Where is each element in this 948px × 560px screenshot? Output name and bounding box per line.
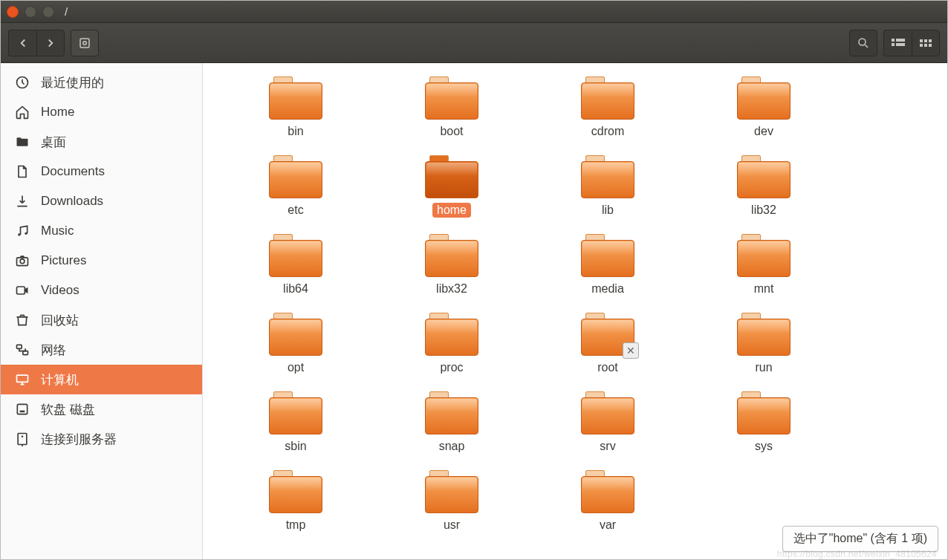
folder-dev[interactable]: dev [715, 76, 812, 139]
disk-icon [78, 36, 91, 50]
folder-sys[interactable]: sys [715, 391, 812, 454]
folder-lib[interactable]: lib [559, 155, 656, 218]
camera-icon [14, 253, 30, 269]
svg-rect-9 [17, 345, 22, 348]
folder-icon: ✕ [581, 313, 634, 356]
folder-icon [425, 313, 478, 356]
folder-label: cdrom [587, 124, 629, 139]
back-button[interactable] [8, 30, 36, 56]
folder-icon [581, 76, 634, 120]
svg-rect-0 [80, 39, 89, 48]
folder-tmp[interactable]: tmp [247, 470, 344, 533]
clock-icon [14, 74, 30, 91]
folder-libx32[interactable]: libx32 [403, 234, 500, 296]
sidebar-item-桌面[interactable]: 桌面 [1, 127, 202, 157]
disk-icon [14, 401, 30, 417]
folder-home[interactable]: home [403, 155, 500, 218]
folder-icon [425, 234, 478, 277]
sidebar-item-label: 回收站 [41, 312, 79, 329]
sidebar-item-软盘-磁盘[interactable]: 软盘 磁盘 [1, 394, 202, 424]
folder-srv[interactable]: srv [559, 391, 656, 454]
grid-view-button[interactable] [912, 30, 940, 56]
folder-icon [581, 391, 634, 434]
folder-mnt[interactable]: mnt [715, 234, 812, 296]
folder-icon [581, 470, 634, 513]
view-button-group [883, 30, 940, 56]
sidebar-item-downloads[interactable]: Downloads [1, 186, 202, 216]
folder-label: tmp [282, 518, 311, 533]
folder-icon [269, 391, 322, 434]
content-pane[interactable]: binbootcdromdevetchomeliblib32lib64libx3… [203, 63, 947, 559]
folder-cdrom[interactable]: cdrom [559, 76, 656, 139]
folder-label: mnt [750, 281, 779, 296]
sidebar-item-videos[interactable]: Videos [1, 276, 202, 305]
folder-lib32[interactable]: lib32 [715, 155, 812, 218]
sidebar-item-最近使用的[interactable]: 最近使用的 [1, 68, 202, 97]
sidebar-item-label: Documents [41, 164, 105, 179]
folder-lib64[interactable]: lib64 [247, 234, 344, 296]
sidebar-item-连接到服务器[interactable]: 连接到服务器 [1, 424, 202, 454]
sidebar-item-home[interactable]: Home [1, 97, 202, 127]
folder-label: etc [283, 203, 308, 218]
no-access-icon: ✕ [623, 342, 639, 359]
status-tooltip: 选中了"home" (含有 1 项) [782, 526, 938, 552]
folder-icon [737, 234, 790, 277]
document-icon [14, 163, 30, 180]
sidebar-item-label: 桌面 [41, 134, 66, 151]
folder-root[interactable]: ✕root [559, 313, 656, 375]
svg-rect-13 [20, 411, 25, 413]
svg-point-2 [859, 39, 866, 45]
folder-label: sbin [280, 439, 311, 454]
list-view-icon [892, 39, 905, 48]
folder-icon [737, 76, 790, 120]
folder-icon [269, 76, 322, 120]
window-close-button[interactable] [7, 6, 19, 18]
folder-icon [737, 313, 790, 356]
svg-rect-8 [17, 287, 25, 294]
folder-etc[interactable]: etc [247, 155, 344, 218]
folder-label: srv [595, 439, 620, 454]
folder-icon [425, 76, 478, 120]
folder-icon [269, 155, 322, 198]
folder-icon [269, 234, 322, 277]
nav-button-group [8, 30, 65, 56]
sidebar-item-label: 网络 [41, 342, 66, 359]
folder-opt[interactable]: opt [247, 313, 344, 375]
computer-icon [14, 371, 30, 388]
list-view-button[interactable] [883, 30, 912, 56]
sidebar-item-music[interactable]: Music [1, 216, 202, 246]
folder-var[interactable]: var [559, 470, 656, 533]
search-button[interactable] [849, 30, 877, 56]
sidebar-item-documents[interactable]: Documents [1, 157, 202, 186]
folder-label: home [432, 203, 471, 218]
folder-proc[interactable]: proc [403, 313, 500, 375]
folder-boot[interactable]: boot [403, 76, 500, 139]
sidebar-item-网络[interactable]: 网络 [1, 335, 202, 365]
svg-point-4 [18, 233, 20, 235]
folder-label: sys [750, 439, 777, 454]
server-icon [14, 431, 30, 447]
folder-icon [269, 470, 322, 513]
sidebar-item-计算机[interactable]: 计算机 [1, 365, 202, 394]
folder-run[interactable]: run [715, 313, 812, 375]
folder-usr[interactable]: usr [403, 470, 500, 533]
window-maximize-button[interactable] [42, 6, 54, 18]
sidebar-item-label: Music [41, 224, 74, 238]
main-area: 最近使用的Home桌面DocumentsDownloadsMusicPictur… [1, 63, 947, 559]
sidebar-item-pictures[interactable]: Pictures [1, 246, 202, 276]
window-minimize-button[interactable] [25, 6, 36, 18]
chevron-right-icon [44, 36, 57, 50]
folder-icon [737, 391, 790, 434]
folder-bin[interactable]: bin [247, 76, 344, 139]
sidebar-item-回收站[interactable]: 回收站 [1, 305, 202, 335]
folder-snap[interactable]: snap [403, 391, 500, 454]
folder-grid: binbootcdromdevetchomeliblib32lib64libx3… [247, 76, 925, 533]
folder-sbin[interactable]: sbin [247, 391, 344, 454]
folder-icon [14, 134, 30, 150]
forward-button[interactable] [36, 30, 65, 56]
folder-label: dev [750, 124, 778, 139]
path-segment-button[interactable] [71, 30, 99, 56]
music-icon [14, 223, 30, 239]
folder-label: lib [597, 203, 618, 218]
folder-media[interactable]: media [559, 234, 656, 296]
